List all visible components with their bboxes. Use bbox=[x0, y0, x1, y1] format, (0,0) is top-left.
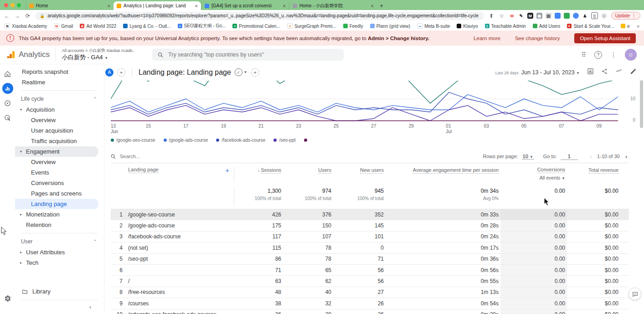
chevron-right-icon[interactable]: ▸ bbox=[20, 261, 26, 265]
sidebar-item-realtime[interactable]: Realtime bbox=[15, 77, 104, 88]
kebab-menu-icon[interactable]: ⋮ bbox=[610, 51, 617, 58]
customize-chart-icon[interactable] bbox=[587, 68, 594, 77]
legend-item[interactable] bbox=[304, 139, 309, 142]
pin-extension-icon[interactable]: ♟ bbox=[582, 13, 588, 19]
tab-close-icon[interactable]: × bbox=[195, 3, 198, 9]
legend-item[interactable]: /google-seo-course bbox=[111, 138, 155, 143]
browser-profile-icon[interactable]: ☺ bbox=[601, 13, 607, 19]
admin-gear-icon[interactable] bbox=[2, 293, 13, 304]
sidebar-item-monetization[interactable]: ▸Monetization bbox=[15, 209, 104, 220]
table-row[interactable]: 1 /google-seo-course 426 376 352 0m 33s … bbox=[111, 209, 629, 220]
tab-close-icon[interactable]: × bbox=[371, 3, 374, 9]
bookmark-item[interactable]: Add Users bbox=[533, 24, 561, 29]
col-total-revenue[interactable]: Total revenue bbox=[588, 167, 618, 174]
bookmark-item[interactable]: eCommerce Case... bbox=[621, 24, 630, 29]
bookmarks-overflow-icon[interactable]: » bbox=[637, 23, 639, 29]
advertising-nav-icon[interactable] bbox=[2, 112, 13, 123]
maximize-window-button[interactable] bbox=[17, 3, 21, 7]
browser-tab[interactable]: Home - 小白新势学院× bbox=[289, 1, 377, 10]
tab-close-icon[interactable]: × bbox=[283, 3, 286, 9]
bookmark-item[interactable]: Feedly bbox=[343, 24, 363, 29]
new-tab-button[interactable]: + bbox=[377, 1, 386, 10]
blue-extension-icon[interactable] bbox=[555, 13, 561, 19]
reports-nav-icon[interactable] bbox=[2, 83, 13, 94]
sidebar-item-life-cycle[interactable]: Life cycle⌃ bbox=[15, 93, 104, 104]
col-new-users[interactable]: New users bbox=[360, 167, 384, 174]
pen-extension-icon[interactable]: ✎ bbox=[518, 13, 524, 19]
legend-item[interactable]: /facebook-ads-course bbox=[216, 138, 265, 143]
feedback-button[interactable] bbox=[629, 288, 641, 300]
browser-menu-icon[interactable]: ⋮ bbox=[632, 13, 636, 18]
chevron-right-icon[interactable]: ▸ bbox=[20, 212, 26, 216]
collapse-section-icon[interactable]: ⌃ bbox=[93, 97, 97, 101]
collapse-nav-icon[interactable]: ‹ bbox=[89, 304, 98, 310]
bookmark-item[interactable]: ≡SEO课程大纲 - Go... bbox=[178, 23, 226, 29]
add-comparison-button[interactable]: + bbox=[117, 68, 125, 77]
bookmark-star-icon[interactable]: ☆ bbox=[499, 13, 505, 19]
sidebar-item-acquisition[interactable]: ▾Acquisition bbox=[15, 104, 104, 115]
table-row[interactable]: 2 /google-ads-course 175 150 145 0m 28s … bbox=[111, 220, 629, 231]
bookmark-item[interactable]: +Promotional Calen... bbox=[232, 24, 280, 29]
bookmark-item[interactable]: ▸Start & Scale Your... bbox=[567, 24, 614, 29]
table-search-input[interactable] bbox=[119, 153, 194, 160]
goto-page-input[interactable] bbox=[561, 153, 578, 160]
camera-extension-icon[interactable]: ◉ bbox=[536, 13, 542, 19]
user-avatar[interactable]: ☺ bbox=[625, 49, 637, 61]
col-landing-page[interactable]: Landing page bbox=[128, 167, 159, 173]
table-row[interactable]: 8 /free-resources 48 40 27 1m 13s 0.00 $… bbox=[111, 287, 629, 298]
conversions-event-filter[interactable]: All events ▼ bbox=[540, 175, 565, 180]
analytics-logo[interactable]: Analytics bbox=[0, 50, 55, 59]
comparison-chip[interactable]: A bbox=[105, 68, 113, 77]
vertical-scrollbar-thumb[interactable] bbox=[640, 80, 643, 128]
browser-tab[interactable]: Home× bbox=[26, 1, 113, 10]
minimize-window-button[interactable] bbox=[10, 3, 15, 7]
analytics-search-bar[interactable] bbox=[152, 49, 344, 61]
col-sessions[interactable]: Sessions bbox=[261, 167, 281, 174]
table-row[interactable]: 5 /seo-ppt 86 78 71 0m 36s 0.00 $0.00 bbox=[111, 253, 629, 264]
chevron-down-icon[interactable]: ▾ bbox=[20, 149, 26, 154]
sidebar-item-landing-page[interactable]: Landing page bbox=[15, 199, 98, 209]
col-avg-engagement[interactable]: Average engagement time per session bbox=[413, 167, 499, 174]
insights-icon[interactable] bbox=[615, 68, 623, 77]
date-range-selector[interactable]: Jun 13 - Jul 10, 2023 ▼ bbox=[521, 69, 580, 76]
bookmark-item[interactable]: MGmail bbox=[54, 23, 73, 29]
learn-more-link[interactable]: Learn more bbox=[474, 36, 500, 41]
sidebar-item-engagement[interactable]: ▾Engagement bbox=[15, 146, 98, 157]
sidebar-item-tech[interactable]: ▸Tech bbox=[15, 257, 104, 268]
add-report-tab-button[interactable]: + bbox=[251, 68, 259, 77]
table-row[interactable]: 10 /adwords-seo-facebook-ads-courses 36 … bbox=[111, 309, 629, 314]
chevron-down-icon[interactable]: ▾ bbox=[20, 108, 26, 112]
sidebar-item-user[interactable]: User⌃ bbox=[15, 236, 104, 247]
bookmark-item[interactable]: Klaviyo bbox=[457, 24, 478, 29]
analytics-search-input[interactable] bbox=[167, 51, 338, 58]
col-users[interactable]: Users bbox=[318, 167, 331, 174]
legend-item[interactable]: /seo-ppt bbox=[273, 138, 295, 143]
bookmark-item[interactable]: JSurgeGraph Premi... bbox=[287, 23, 336, 29]
table-row[interactable]: 6 71 65 56 0m 56s 0.00 $0.00 bbox=[111, 264, 629, 275]
prev-page-icon[interactable]: ‹ bbox=[588, 153, 593, 160]
bookmark-item[interactable]: tTeachable Admin bbox=[485, 24, 526, 29]
reload-icon[interactable]: ⟳ bbox=[25, 13, 31, 19]
sidebar-item-traffic-acquisition[interactable]: Traffic acquisition bbox=[15, 136, 104, 146]
see-change-history-link[interactable]: See change history bbox=[515, 36, 560, 41]
bookmark-item[interactable]: Plann (grid view) bbox=[370, 24, 410, 29]
sidebar-item-user-acquisition[interactable]: User acquisition bbox=[15, 125, 104, 136]
next-page-icon[interactable]: › bbox=[623, 153, 629, 160]
chevron-right-icon[interactable]: ▸ bbox=[20, 250, 26, 254]
share-icon[interactable]: ⬆ bbox=[488, 13, 495, 19]
sidebar-item-user-attributes[interactable]: ▸User Attributes bbox=[15, 247, 104, 257]
sidebar-item-reports-snapshot[interactable]: Reports snapshot bbox=[15, 67, 104, 77]
browser-tab[interactable]: [GA4] Set up a scroll conversi× bbox=[201, 1, 289, 10]
sidebar-item-events[interactable]: Events bbox=[15, 167, 104, 178]
bookmark-item[interactable]: NXiaobai Academy bbox=[5, 23, 47, 29]
sidebar-item-overview[interactable]: Overview bbox=[15, 157, 104, 167]
back-icon[interactable]: ← bbox=[4, 13, 10, 19]
chrome-update-button[interactable]: Update ⋮ bbox=[611, 12, 640, 20]
table-search[interactable] bbox=[111, 153, 483, 160]
sidebar-item-pages-and-screens[interactable]: Pages and screens bbox=[15, 188, 104, 199]
green-extension-icon[interactable] bbox=[564, 13, 570, 19]
forward-icon[interactable]: → bbox=[14, 13, 21, 19]
home-nav-icon[interactable] bbox=[2, 68, 13, 79]
col-conversions[interactable]: Conversions bbox=[537, 167, 565, 173]
gray-extension-icon[interactable]: ▤ bbox=[546, 13, 551, 19]
